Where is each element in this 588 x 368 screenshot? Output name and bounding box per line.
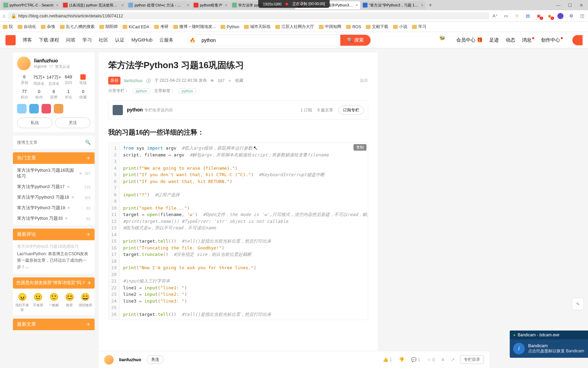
feedback-fab-icon[interactable]: ✎ xyxy=(572,298,584,310)
follow-button[interactable]: 关注 xyxy=(55,118,91,128)
share-button[interactable]: ↗ xyxy=(451,357,455,362)
bookmark-item[interactable]: Python xyxy=(220,25,239,29)
comment-button[interactable]: 💬 1 xyxy=(411,357,420,362)
close-tab-icon[interactable]: × xyxy=(187,3,189,7)
browser-tab[interactable]: python 处理 Ctrl+c 方法 - 山里× xyxy=(126,1,191,9)
bar-follow-button[interactable]: 关注 xyxy=(147,355,164,364)
read-aloud-icon[interactable]: A⁺ xyxy=(492,13,498,19)
user-avatar-icon[interactable]: 🐝 xyxy=(439,35,450,45)
reward-button[interactable]: ¥ xyxy=(442,357,444,362)
badge-icon[interactable] xyxy=(29,104,39,113)
badge-icon[interactable] xyxy=(54,104,63,113)
nav-right-link[interactable]: 足迹 xyxy=(489,37,499,43)
bookmark-item[interactable]: ROS xyxy=(346,25,361,29)
search-icon[interactable]: 🔍 xyxy=(85,140,91,145)
bookmark-item[interactable]: 乱七八糟的搜索 xyxy=(60,24,95,30)
browser-tab[interactable]: "笨方法"学Python3，习题 16 .× xyxy=(361,1,425,9)
bookmark-item[interactable]: 中国知网 xyxy=(319,24,341,30)
comment-article-link[interactable]: 笨方法学Python3 习题16巩固练习 xyxy=(17,244,91,249)
bookmark-item[interactable]: 阴阳师 xyxy=(99,24,118,30)
favorite-label[interactable]: 收藏 xyxy=(235,78,243,83)
extension2-icon[interactable] xyxy=(557,13,564,19)
star-icon[interactable]: ★ xyxy=(228,78,232,83)
bookmark-item[interactable]: 城市天际线 xyxy=(244,24,271,30)
site-logo-icon[interactable] xyxy=(5,35,16,45)
maximize-icon[interactable]: ☐ xyxy=(565,3,575,8)
code-content[interactable]: from sys import argv #载入argv模块，获取脚本运行参数s… xyxy=(120,143,368,320)
site-search-input[interactable] xyxy=(197,37,340,43)
column-name[interactable]: python xyxy=(127,107,143,112)
url-field-wrap[interactable]: 🔒 xyxy=(8,12,489,19)
rec-option[interactable]: 😊推荐 xyxy=(62,293,77,312)
collections-icon[interactable]: ▤ xyxy=(525,13,531,19)
badge-icon[interactable] xyxy=(42,104,51,113)
nav-link[interactable]: 社区 xyxy=(99,37,108,43)
enter-immersive-icon[interactable]: ▭ xyxy=(503,13,509,19)
close-tab-icon[interactable]: × xyxy=(121,3,124,7)
extension-icon[interactable]: ◆ xyxy=(546,13,553,19)
nav-link[interactable]: 学习 xyxy=(82,37,92,43)
browser-tab[interactable]: python中CTRL-C - Search× xyxy=(1,1,60,9)
bookmark-item[interactable]: 小说 xyxy=(393,24,407,30)
browser-tab[interactable]: (1条消息) python 无法使用Ctrl-× xyxy=(61,1,126,9)
rec-option[interactable]: 😄强烈推荐 xyxy=(78,293,93,312)
site-search-button[interactable]: 🔍 搜索 xyxy=(340,34,371,46)
close-window-icon[interactable]: ✕ xyxy=(576,3,587,8)
nav-right-link[interactable]: 创作中心 xyxy=(541,37,563,43)
subscribe-column-button[interactable]: 订阅专栏 xyxy=(339,106,364,115)
author-name[interactable]: lianfuzhuo xyxy=(34,58,70,63)
star-button[interactable]: ☆ 0 xyxy=(427,357,435,362)
nav-link[interactable]: 认证 xyxy=(115,37,125,43)
nav-link[interactable]: 下载·课程 xyxy=(39,37,59,43)
bandicam-toast[interactable]: ● Bandicam - bdcam.exe i Bandicam 点击托盘图标… xyxy=(510,331,588,358)
home-icon[interactable]: ⌂ xyxy=(3,13,5,18)
rec-option[interactable]: 😐不推荐 xyxy=(30,293,46,312)
sidebar-toggle-icon[interactable]: ◫ xyxy=(579,13,585,19)
favorite-icon[interactable]: ☆ xyxy=(514,13,520,19)
author-avatar-icon[interactable] xyxy=(17,57,31,70)
browser-tab[interactable]: python给客户× xyxy=(192,1,229,9)
nav-link[interactable]: MyGitHub xyxy=(131,37,152,43)
like-button[interactable]: 👍 1 xyxy=(383,357,392,362)
copy-button[interactable]: 复制 xyxy=(354,144,366,151)
search-blog-input[interactable] xyxy=(17,140,85,145)
nav-link[interactable]: 问答 xyxy=(66,37,76,43)
hot-article-item[interactable]: 笨方法学python3 习题17👁115 xyxy=(13,182,95,192)
bar-author-name[interactable]: lianfuzhuo xyxy=(119,357,141,362)
dislike-button[interactable]: 👎 xyxy=(399,357,404,362)
close-tab-icon[interactable]: × xyxy=(225,3,227,7)
url-input[interactable] xyxy=(18,14,487,18)
bookmark-item[interactable]: 考研 xyxy=(154,24,168,30)
rec-option[interactable]: 😠强烈不推荐 xyxy=(14,293,30,312)
bookmark-item[interactable]: 学习 xyxy=(412,24,426,30)
close-tab-icon[interactable]: × xyxy=(421,3,423,7)
bookmark-item[interactable]: 文献下载 xyxy=(366,24,388,30)
bookmark-item[interactable]: 江苏人社网办大厅 xyxy=(275,24,314,30)
adblock-icon[interactable]: ▣ xyxy=(536,13,542,19)
article-tag[interactable]: python xyxy=(179,88,196,94)
bookmark-item[interactable]: KiCad EDA xyxy=(122,25,149,29)
bookmark-item[interactable]: 微博 – 随时随地发... xyxy=(173,24,216,30)
settings-icon[interactable]: ⚙ xyxy=(568,13,574,19)
new-tab-button[interactable]: + xyxy=(426,2,435,8)
rec-option[interactable]: 🙂一般般 xyxy=(46,293,62,312)
nav-link[interactable]: 博客 xyxy=(22,37,32,43)
catalog-button[interactable]: 专栏目录 xyxy=(460,355,484,364)
category-tag[interactable]: python xyxy=(133,88,150,94)
hot-article-item[interactable]: 笨方法学Python3 习题19👁83 xyxy=(13,203,95,213)
write-button-icon[interactable] xyxy=(572,35,583,45)
bookmark-item[interactable]: 院 xyxy=(3,24,13,30)
close-tab-icon[interactable]: × xyxy=(56,3,58,7)
bar-avatar-icon[interactable] xyxy=(104,355,114,365)
hot-article-item[interactable]: 笨方法学习python3 习题18👁101 xyxy=(13,192,95,203)
bookmark-item[interactable]: 自动化 xyxy=(18,24,36,30)
nav-right-link[interactable]: 消息 xyxy=(522,37,534,43)
copyright-label[interactable]: 版权 xyxy=(360,78,368,83)
message-button[interactable]: 私信 xyxy=(17,118,52,128)
hot-article-item[interactable]: 笨方法学Python3 习题16巩固练习👁167 xyxy=(13,165,95,182)
hot-article-item[interactable]: 笨方法学Python 习题33👁82 xyxy=(13,213,95,224)
badge-icon[interactable] xyxy=(17,104,27,113)
article-author-link[interactable]: lianfuzhuo xyxy=(124,78,143,83)
nav-right-link[interactable]: 会员中心 🎁 xyxy=(456,37,483,43)
nav-link[interactable]: 云服务 xyxy=(159,37,174,43)
